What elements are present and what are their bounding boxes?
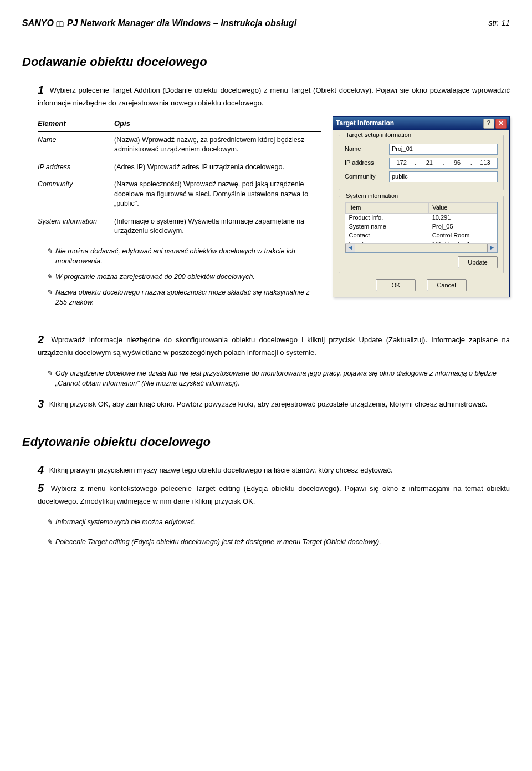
label-community: Community — [345, 173, 389, 181]
note-text: Polecenie Target editing (Edycja obiektu… — [55, 538, 381, 546]
param-desc: (Nazwa społeczności) Wprowadź nazwę, pod… — [114, 176, 321, 214]
note: ✎Polecenie Target editing (Edycja obiekt… — [55, 537, 510, 547]
ok-button[interactable]: OK — [376, 279, 416, 291]
step-1: 1 Wybierz polecenie Target Addition (Dod… — [38, 82, 510, 109]
two-column-layout: Element Opis Name (Nazwa) Wprowadź nazwę… — [38, 116, 510, 313]
note: ✎Gdy urządzenie docelowe nie działa lub … — [55, 368, 510, 388]
param-label: Community — [38, 176, 114, 214]
table-row: IP address (Adres IP) Wprowadź adres IP … — [38, 159, 321, 177]
group-label: System information — [344, 192, 400, 201]
step-number-4: 4 — [38, 464, 44, 476]
param-desc: (Adres IP) Wprowadź adres IP urządzenia … — [114, 159, 321, 177]
community-input[interactable]: public — [389, 171, 498, 182]
ip-input[interactable]: 172. 21. 96. 113 — [389, 158, 498, 169]
note: ✎Nazwa obiektu docelowego i nazwa społec… — [55, 287, 321, 307]
note-text: Nie można dodawać, edytować ani usuwać o… — [55, 247, 295, 265]
table-row: Community (Nazwa społeczności) Wprowadź … — [38, 176, 321, 214]
col-element: Element — [38, 116, 114, 131]
label-ip: IP address — [345, 159, 389, 168]
group-target-setup: Target setup information Name Proj_01 IP… — [339, 135, 504, 190]
scroll-left-icon[interactable]: ◄ — [345, 244, 355, 252]
step-5: 5 Wybierz z menu kontekstowego polecenie… — [38, 480, 510, 507]
step-number-2: 2 — [38, 333, 44, 346]
group-label: Target setup information — [344, 131, 413, 140]
param-desc: (Nazwa) Wprowadź nazwę, za pośrednictwem… — [114, 131, 321, 159]
col-description: Opis — [114, 116, 321, 131]
name-input[interactable]: Proj_01 — [389, 144, 498, 155]
row-community: Community public — [345, 171, 498, 182]
pencil-icon: ✎ — [47, 273, 52, 281]
list-item: System nameProj_05 — [346, 222, 497, 231]
row-name: Name Proj_01 — [345, 144, 498, 155]
brand-name: SANYO — [22, 17, 54, 29]
group-system-info: System information Item Value Product in… — [339, 196, 504, 273]
parameter-table: Element Opis Name (Nazwa) Wprowadź nazwę… — [38, 116, 321, 313]
step-number-5: 5 — [38, 482, 44, 494]
table-row: System information (Informacje o systemi… — [38, 214, 321, 241]
ip-octet: 21 — [417, 159, 441, 168]
ip-octet: 113 — [473, 159, 497, 168]
note-text: Informacji systemowych nie można edytowa… — [55, 518, 196, 526]
dialog-title: Target information — [336, 119, 482, 128]
pencil-icon: ✎ — [47, 538, 52, 546]
note-text: Nazwa obiektu docelowego i nazwa społecz… — [55, 288, 310, 306]
list-item: Product info.10.291 — [346, 213, 497, 222]
label-name: Name — [345, 145, 389, 154]
close-button[interactable]: ✕ — [495, 119, 507, 129]
ip-octet: 172 — [390, 159, 413, 168]
section-heading-edit: Edytowanie obiektu docelowego — [22, 433, 510, 451]
book-icon — [56, 20, 64, 27]
step-2: 2 Wprowadź informacje niezbędne do skonf… — [38, 332, 510, 358]
pencil-icon: ✎ — [47, 247, 52, 255]
step-5-text: Wybierz z menu kontekstowego polecenie T… — [38, 484, 510, 505]
ip-octet: 96 — [446, 159, 469, 168]
doc-title: PJ Network Manager dla Windows – Instruk… — [67, 17, 489, 29]
page-number: str. 11 — [489, 17, 510, 28]
step-1-text: Wybierz polecenie Target Addition (Dodan… — [38, 86, 510, 107]
dialog-body: Target setup information Name Proj_01 IP… — [333, 130, 509, 297]
col-item[interactable]: Item — [346, 202, 429, 213]
page: SANYO PJ Network Manager dla Windows – I… — [0, 0, 532, 586]
note: ✎W programie można zarejestrować do 200 … — [55, 272, 321, 282]
param-desc: (Informacje o systemie) Wyświetla inform… — [114, 214, 321, 241]
col-value[interactable]: Value — [429, 202, 497, 213]
cancel-button[interactable]: Cancel — [427, 279, 467, 291]
section-heading-add: Dodawanie obiektu docelowego — [22, 53, 510, 71]
param-label: Name — [38, 131, 114, 159]
note: ✎Informacji systemowych nie można edytow… — [55, 517, 510, 527]
horizontal-scrollbar[interactable]: ◄ ► — [345, 243, 497, 252]
step-number-3: 3 — [38, 398, 44, 410]
step-3-text: Kliknij przycisk OK, aby zamknąć okno. P… — [49, 400, 487, 408]
note-text: W programie można zarejestrować do 200 o… — [55, 273, 255, 281]
close-icon: ✕ — [498, 119, 504, 128]
row-ip: IP address 172. 21. 96. 113 — [345, 158, 498, 169]
table-row: Name (Nazwa) Wprowadź nazwę, za pośredni… — [38, 131, 321, 159]
pencil-icon: ✎ — [47, 369, 52, 377]
step-3: 3 Kliknij przycisk OK, aby zamknąć okno.… — [38, 396, 510, 412]
note-text: Gdy urządzenie docelowe nie działa lub n… — [55, 369, 497, 387]
pencil-icon: ✎ — [47, 518, 52, 526]
dialog-titlebar: Target information ? ✕ — [333, 117, 509, 130]
step-4: 4 Kliknij prawym przyciskiem myszy nazwę… — [38, 462, 510, 478]
param-label: System information — [38, 214, 114, 241]
param-label: IP address — [38, 159, 114, 177]
note: ✎Nie można dodawać, edytować ani usuwać … — [55, 246, 321, 266]
step-4-text: Kliknij prawym przyciskiem myszy nazwę t… — [49, 466, 393, 474]
page-header: SANYO PJ Network Manager dla Windows – I… — [22, 17, 510, 31]
step-2-text: Wprowadź informacje niezbędne do skonfig… — [38, 336, 510, 357]
update-button[interactable]: Update — [458, 256, 498, 268]
step-number-1: 1 — [38, 84, 44, 96]
target-information-dialog: Target information ? ✕ Target setup info… — [332, 116, 510, 297]
pencil-icon: ✎ — [47, 288, 52, 296]
list-item: ContactControl Room — [346, 231, 497, 240]
scroll-right-icon[interactable]: ► — [487, 244, 497, 252]
help-button[interactable]: ? — [483, 119, 494, 129]
system-info-list: Item Value Product info.10.291 System na… — [345, 202, 498, 253]
